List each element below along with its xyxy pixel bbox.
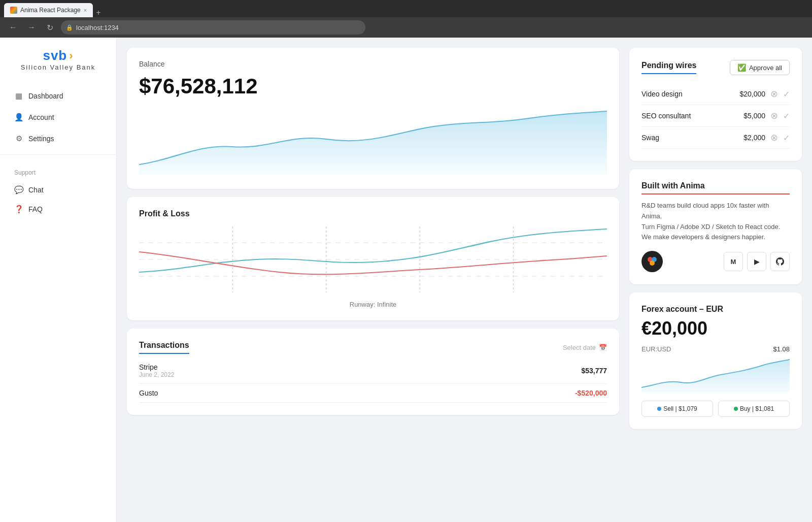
transaction-date: June 2, 2022 [139,371,174,378]
address-bar[interactable]: 🔒 localhost:1234 [61,20,365,35]
profit-loss-card: Profit & Loss Runway: Infinite [127,197,619,320]
wire-actions: $2,000 ⊗ ✓ [743,132,790,143]
anima-logo [641,251,663,272]
tab-favicon [10,7,17,14]
nav-divider [0,154,116,155]
check-circle-icon: ✅ [737,63,746,72]
pl-chart [139,226,607,292]
sidebar-item-label: Dashboard [28,92,63,100]
browser-chrome: Anima React Package × + [0,0,812,17]
sidebar-item-dashboard[interactable]: ▦ Dashboard [8,86,108,106]
table-row: Gusto -$520,000 [139,384,607,403]
wire-actions: $20,000 ⊗ ✓ [739,88,790,100]
youtube-link-button[interactable]: ▶ [747,252,766,271]
anima-links: M ▶ [724,252,790,271]
back-button[interactable]: ← [6,20,20,35]
forex-sell-button[interactable]: Sell | $1,079 [641,401,713,417]
transactions-title: Transactions [139,341,189,354]
buy-dot [734,407,738,411]
forex-rate-label: EUR:USD [641,345,671,353]
forward-button[interactable]: → [24,20,39,35]
wire-approve-icon[interactable]: ✓ [783,133,790,143]
runway-text: Runway: Infinite [139,301,607,308]
transaction-name: Stripe [139,363,174,371]
sidebar-item-label: Settings [28,135,54,143]
sidebar-item-account[interactable]: 👤 Account [8,108,108,127]
sidebar-nav: ▦ Dashboard 👤 Account ⚙ Settings [0,86,116,148]
support-label: Support [8,169,108,176]
sidebar-support: Support 💬 Chat ❓ FAQ [0,161,116,219]
sell-label: Sell | $1,079 [663,405,697,412]
transaction-info: Gusto [139,389,158,397]
transactions-header: Transactions Select date 📅 [139,341,607,354]
transaction-name: Gusto [139,389,158,397]
sidebar: svb › Silicon Valley Bank ▦ Dashboard 👤 … [0,38,117,522]
balance-chart [139,109,607,175]
anima-title: Built with Anima [641,181,790,194]
sidebar-item-faq[interactable]: ❓ FAQ [8,200,108,219]
wire-amount: $2,000 [743,134,765,142]
forex-chart [641,357,790,393]
balance-label: Balance [139,60,607,68]
main-content: Balance $76,528,112 Profit & Loss [117,38,812,522]
forex-rate-value: $1.08 [773,345,790,353]
profit-loss-title: Profit & Loss [139,209,607,218]
forex-buy-button[interactable]: Buy | $1,081 [718,401,790,417]
right-column: Pending wires ✅ Approve all Video design… [629,48,802,512]
approve-all-button[interactable]: ✅ Approve all [730,60,790,75]
wire-approve-icon[interactable]: ✓ [783,111,790,121]
transaction-info: Stripe June 2, 2022 [139,363,174,378]
transaction-amount: -$520,000 [575,389,607,397]
calendar-icon: 📅 [599,344,607,351]
balance-amount: $76,528,112 [139,74,607,99]
date-select[interactable]: Select date 📅 [563,344,607,351]
pending-wires-card: Pending wires ✅ Approve all Video design… [629,48,802,161]
forex-amount: €20,000 [641,318,790,339]
balance-card: Balance $76,528,112 [127,48,619,189]
github-link-button[interactable] [770,252,790,271]
wire-item: Swag $2,000 ⊗ ✓ [641,127,790,149]
forex-actions: Sell | $1,079 Buy | $1,081 [641,401,790,417]
sidebar-item-label: FAQ [28,205,43,213]
sell-dot [657,407,661,411]
address-text: localhost:1234 [76,24,119,31]
wire-approve-icon[interactable]: ✓ [783,89,790,99]
wire-cancel-icon[interactable]: ⊗ [770,110,778,121]
wire-cancel-icon[interactable]: ⊗ [770,132,778,143]
chat-icon: 💬 [14,185,23,194]
browser-nav: ← → ↻ 🔒 localhost:1234 [0,17,812,38]
pending-wires-title: Pending wires [641,61,696,74]
anima-description: R&D teams build cloud apps 10x faster wi… [641,201,790,243]
transaction-amount: $53,777 [581,367,607,375]
wire-cancel-icon[interactable]: ⊗ [770,88,778,100]
settings-icon: ⚙ [14,134,23,143]
wire-amount: $20,000 [739,90,765,98]
active-tab[interactable]: Anima React Package × [4,3,93,17]
center-column: Balance $76,528,112 Profit & Loss [127,48,619,512]
forex-title: Forex account – EUR [641,305,790,314]
sidebar-item-settings[interactable]: ⚙ Settings [8,129,108,148]
tab-close-button[interactable]: × [84,7,87,13]
logo-chevron: › [69,49,73,62]
dashboard-icon: ▦ [14,91,23,101]
buy-label: Buy | $1,081 [740,405,774,412]
date-placeholder: Select date [563,344,596,351]
transactions-card: Transactions Select date 📅 Stripe June 2… [127,329,619,415]
faq-icon: ❓ [14,205,23,214]
wire-actions: $5,000 ⊗ ✓ [743,110,790,121]
logo-svb: svb › [10,48,106,63]
refresh-button[interactable]: ↻ [43,20,57,35]
forex-card: Forex account – EUR €20,000 EUR:USD $1.0… [629,292,802,429]
browser-tabs: Anima React Package × + [4,0,104,17]
medium-link-button[interactable]: M [724,252,743,271]
tab-title: Anima React Package [20,7,81,14]
new-tab-button[interactable]: + [93,8,104,17]
pending-header: Pending wires ✅ Approve all [641,60,790,75]
lock-icon: 🔒 [66,24,73,31]
table-row: Stripe June 2, 2022 $53,777 [139,358,607,384]
forex-rate-row: EUR:USD $1.08 [641,345,790,353]
wire-amount: $5,000 [743,112,765,120]
approve-all-label: Approve all [749,64,782,72]
wire-item: SEO consultant $5,000 ⊗ ✓ [641,105,790,127]
sidebar-item-chat[interactable]: 💬 Chat [8,180,108,200]
